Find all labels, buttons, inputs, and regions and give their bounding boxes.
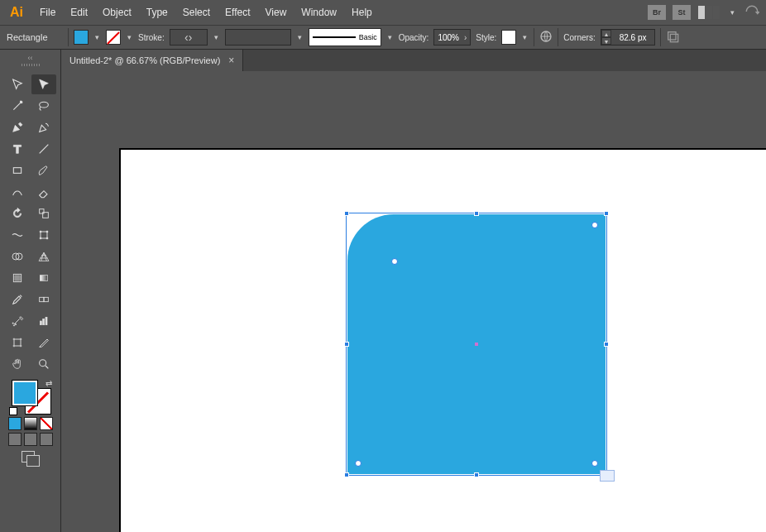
screen-mode-icon[interactable]: [20, 451, 41, 467]
selection-tool[interactable]: [5, 74, 30, 94]
corner-step-down[interactable]: ▾: [601, 37, 611, 45]
width-tool[interactable]: [5, 225, 30, 245]
eyedropper-tool[interactable]: [5, 290, 30, 309]
rotate-tool[interactable]: [5, 204, 30, 223]
color-mode-row: [8, 417, 53, 430]
svg-rect-1: [668, 32, 676, 40]
tool-panel-collapse-handle[interactable]: ‹‹: [0, 50, 61, 71]
column-graph-tool[interactable]: [31, 311, 56, 331]
style-label: Style:: [476, 33, 496, 42]
width-profile-dropdown-icon[interactable]: ▾: [296, 33, 304, 41]
mesh-tool[interactable]: [5, 268, 30, 288]
svg-point-4: [39, 102, 48, 108]
corner-radius-value: 82.6 px: [611, 33, 655, 42]
arrange-dropdown-icon[interactable]: ▾: [727, 8, 738, 17]
svg-point-19: [12, 323, 13, 324]
tools-panel: ⇄: [0, 71, 61, 532]
paintbrush-tool[interactable]: [31, 161, 56, 180]
corners-label: Corners:: [563, 33, 595, 42]
default-fill-stroke-icon[interactable]: [9, 407, 17, 415]
free-transform-tool[interactable]: [31, 225, 56, 245]
menu-type[interactable]: Type: [140, 3, 175, 22]
document-tab-title: Untitled-2* @ 66.67% (RGB/Preview): [69, 55, 220, 65]
blend-tool[interactable]: [31, 290, 56, 309]
artboard-tool[interactable]: [5, 333, 30, 352]
menu-object[interactable]: Object: [96, 3, 138, 22]
stroke-preview-line: [313, 36, 356, 38]
shaper-tool[interactable]: [5, 182, 30, 202]
opacity-input[interactable]: 100% ›: [433, 29, 471, 46]
svg-point-12: [46, 237, 48, 239]
menu-help[interactable]: Help: [345, 3, 379, 22]
svg-point-9: [40, 231, 41, 232]
type-tool[interactable]: [5, 139, 30, 159]
fill-stroke-control[interactable]: ⇄: [9, 379, 52, 415]
symbol-sprayer-tool[interactable]: [5, 311, 30, 331]
brush-definition[interactable]: Basic: [309, 28, 381, 46]
brush-dropdown-icon[interactable]: ▾: [386, 33, 394, 41]
bridge-icon[interactable]: Br: [648, 5, 666, 20]
divider: [68, 28, 69, 46]
control-bar: Rectangle ▾ ▾ Stroke: ‹› ▾ ▾ Basic ▾ Opa…: [0, 25, 766, 50]
opacity-dropdown-icon[interactable]: ›: [464, 33, 467, 42]
rectangle-shape[interactable]: [347, 214, 606, 474]
tab-close-icon[interactable]: ×: [228, 55, 234, 66]
rectangle-tool[interactable]: [5, 161, 30, 180]
stroke-weight-dropdown-icon[interactable]: ▾: [213, 33, 220, 41]
corner-radius-input[interactable]: ▴ ▾ 82.6 px: [601, 29, 656, 46]
gradient-tool[interactable]: [31, 268, 56, 288]
fill-color-chip[interactable]: [12, 381, 37, 405]
sync-settings-icon[interactable]: [744, 4, 759, 21]
menu-select[interactable]: Select: [176, 3, 217, 22]
variable-width-profile[interactable]: [225, 29, 291, 46]
graphic-style-swatch[interactable]: [501, 30, 516, 45]
menu-file[interactable]: File: [33, 3, 62, 22]
svg-rect-8: [41, 232, 47, 238]
color-mode-solid[interactable]: [8, 417, 22, 430]
magic-wand-tool[interactable]: [5, 96, 30, 116]
stroke-weight-input[interactable]: ‹›: [170, 29, 208, 46]
perspective-grid-tool[interactable]: [31, 247, 56, 266]
opacity-label: Opacity:: [399, 33, 429, 42]
stroke-swatch[interactable]: [106, 30, 121, 45]
svg-rect-22: [40, 321, 41, 325]
svg-rect-18: [44, 297, 48, 301]
shape-builder-tool[interactable]: [5, 247, 30, 266]
svg-point-26: [39, 360, 45, 367]
fill-swatch[interactable]: [74, 30, 89, 45]
stock-icon[interactable]: St: [673, 5, 691, 20]
canvas[interactable]: [61, 71, 766, 532]
menu-window[interactable]: Window: [294, 3, 343, 22]
transform-panel-icon[interactable]: [666, 30, 679, 45]
fill-dropdown-icon[interactable]: ▾: [93, 33, 101, 41]
document-tab[interactable]: Untitled-2* @ 66.67% (RGB/Preview) ×: [61, 50, 243, 71]
swap-fill-stroke-icon[interactable]: ⇄: [45, 379, 52, 388]
color-mode-none[interactable]: [40, 417, 53, 430]
scale-tool[interactable]: [31, 204, 56, 223]
recolor-artwork-icon[interactable]: [539, 30, 553, 45]
slice-tool[interactable]: [31, 333, 56, 352]
corner-step-up[interactable]: ▴: [601, 30, 611, 37]
hand-tool[interactable]: [5, 354, 30, 374]
draw-inside[interactable]: [40, 433, 53, 446]
eraser-tool[interactable]: [31, 182, 56, 202]
draw-behind[interactable]: [24, 433, 37, 446]
menubar: Ai File Edit Object Type Select Effect V…: [0, 0, 766, 25]
direct-selection-tool[interactable]: [31, 74, 56, 94]
curvature-tool[interactable]: [31, 117, 56, 137]
lasso-tool[interactable]: [31, 96, 56, 116]
color-mode-gradient[interactable]: [24, 417, 37, 430]
zoom-tool[interactable]: [31, 354, 56, 374]
svg-point-21: [15, 324, 16, 324]
line-segment-tool[interactable]: [31, 139, 56, 159]
pen-tool[interactable]: [5, 117, 30, 137]
menu-view[interactable]: View: [259, 3, 294, 22]
draw-normal[interactable]: [8, 433, 22, 446]
menu-effect[interactable]: Effect: [218, 3, 256, 22]
style-dropdown-icon[interactable]: ▾: [521, 33, 529, 41]
menu-edit[interactable]: Edit: [64, 3, 94, 22]
divider: [660, 28, 661, 46]
selected-object-label: Rectangle: [7, 32, 63, 42]
stroke-dropdown-icon[interactable]: ▾: [126, 33, 133, 41]
arrange-documents-icon[interactable]: [697, 6, 721, 19]
